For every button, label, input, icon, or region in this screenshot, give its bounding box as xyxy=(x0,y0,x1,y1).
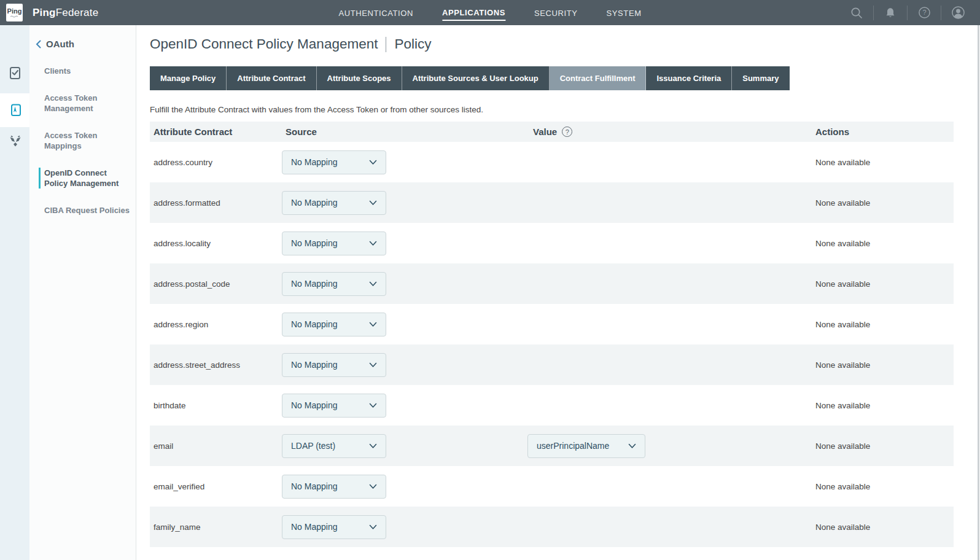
page-title-main: OpenID Connect Policy Management xyxy=(150,36,378,52)
page-content: OpenID Connect Policy Management Policy … xyxy=(136,25,980,560)
table-row-address-street-address: address.street_addressNo MappingNone ava… xyxy=(150,344,954,385)
column-header-value: Value ? xyxy=(524,126,812,137)
attribute-name: address.street_address xyxy=(150,360,282,370)
page-description: Fulfill the Attribute Contract with valu… xyxy=(150,105,955,114)
source-select-address-postal-code[interactable]: No Mapping xyxy=(282,272,386,296)
table-row-birthdate: birthdateNo MappingNone available xyxy=(150,385,954,426)
source-select-email-verified[interactable]: No Mapping xyxy=(282,475,386,499)
scrollbar[interactable] xyxy=(978,25,979,560)
source-cell: No Mapping xyxy=(282,191,524,215)
chevron-down-icon xyxy=(369,403,377,408)
actions-cell: None available xyxy=(812,360,954,370)
source-cell: No Mapping xyxy=(282,313,524,336)
source-select-birthdate[interactable]: No Mapping xyxy=(282,394,386,418)
ping-logo: Ping xyxy=(6,4,23,21)
actions-cell: None available xyxy=(812,279,954,289)
source-select-address-postal-code-label: No Mapping xyxy=(291,279,338,289)
product-name: PingFederate xyxy=(33,7,98,19)
search-icon[interactable] xyxy=(849,6,864,20)
chevron-down-icon xyxy=(369,484,377,489)
chevron-down-icon xyxy=(369,362,377,368)
sidebar-items: ClientsAccess Token ManagementAccess Tok… xyxy=(29,66,136,216)
notifications-icon[interactable] xyxy=(883,6,898,20)
value-select-email-label: userPrincipalName xyxy=(537,441,609,451)
tab-attribute-contract[interactable]: Attribute Contract xyxy=(227,66,316,90)
help-icon[interactable]: ? xyxy=(917,6,931,20)
source-select-address-locality[interactable]: No Mapping xyxy=(282,231,386,255)
tab-summary[interactable]: Summary xyxy=(732,66,789,90)
back-link-label: OAuth xyxy=(46,39,74,49)
top-icons: ? xyxy=(849,6,965,20)
chevron-down-icon xyxy=(628,443,636,449)
main-layout: OAuth ClientsAccess Token ManagementAcce… xyxy=(0,25,980,560)
nav-authentication[interactable]: AUTHENTICATION xyxy=(338,6,413,20)
value-help-icon[interactable]: ? xyxy=(562,126,572,137)
attribute-name: family_name xyxy=(150,523,282,532)
chevron-down-icon xyxy=(369,524,377,530)
table-row-address-country: address.countryNo MappingNone available xyxy=(150,142,954,182)
sidebar-item-access-token-mappings[interactable]: Access Token Mappings xyxy=(29,130,136,151)
actions-cell: None available xyxy=(812,158,954,167)
table-row-address-locality: address.localityNo MappingNone available xyxy=(150,223,954,263)
source-select-family-name[interactable]: No Mapping xyxy=(282,515,386,539)
source-select-address-formatted[interactable]: No Mapping xyxy=(282,191,386,215)
source-select-address-locality-label: No Mapping xyxy=(291,238,338,248)
attribute-name: address.country xyxy=(150,158,282,167)
value-select-email[interactable]: userPrincipalName xyxy=(527,434,645,458)
chevron-down-icon xyxy=(369,322,377,327)
source-cell: No Mapping xyxy=(282,394,524,418)
chevron-down-icon xyxy=(369,241,377,246)
nav-security[interactable]: SECURITY xyxy=(534,6,578,20)
tab-attribute-scopes[interactable]: Attribute Scopes xyxy=(317,66,402,90)
chevron-down-icon xyxy=(369,160,377,165)
actions-cell: None available xyxy=(812,401,954,410)
table-row-email: emailLDAP (test)userPrincipalNameNone av… xyxy=(150,426,954,466)
nav-applications[interactable]: APPLICATIONS xyxy=(442,5,505,21)
sidebar-item-clients[interactable]: Clients xyxy=(29,66,136,76)
account-icon[interactable] xyxy=(951,6,965,20)
chevron-down-icon xyxy=(369,443,377,449)
source-select-address-region[interactable]: No Mapping xyxy=(282,313,386,336)
source-cell: No Mapping xyxy=(282,231,524,255)
back-link-oauth[interactable]: OAuth xyxy=(29,39,136,49)
tab-attribute-sources-user-lookup[interactable]: Attribute Sources & User Lookup xyxy=(402,66,550,90)
attribute-name: email_verified xyxy=(150,482,282,491)
clients-icon[interactable] xyxy=(8,66,23,80)
source-select-email-label: LDAP (test) xyxy=(291,441,335,451)
column-header-actions: Actions xyxy=(812,126,954,137)
nav-system[interactable]: SYSTEM xyxy=(607,6,642,20)
tab-manage-policy[interactable]: Manage Policy xyxy=(150,66,227,90)
icon-divider xyxy=(941,6,941,20)
access-token-mappings-icon[interactable] xyxy=(8,133,23,148)
tab-issuance-criteria[interactable]: Issuance Criteria xyxy=(646,66,732,90)
source-select-address-country-label: No Mapping xyxy=(291,157,338,167)
source-select-address-street-address[interactable]: No Mapping xyxy=(282,353,386,377)
column-header-source: Source xyxy=(282,126,524,137)
table-row-address-region: address.regionNo MappingNone available xyxy=(150,304,954,344)
tab-contract-fulfillment[interactable]: Contract Fulfillment xyxy=(550,66,647,90)
svg-text:?: ? xyxy=(922,9,926,16)
access-token-management-icon[interactable] xyxy=(8,103,23,117)
icon-rail xyxy=(0,25,29,560)
contract-fulfillment-table: Attribute Contract Source Value ? Action… xyxy=(150,122,954,547)
source-select-email-verified-label: No Mapping xyxy=(291,481,338,491)
table-header-row: Attribute Contract Source Value ? Action… xyxy=(150,122,954,142)
attribute-name: birthdate xyxy=(150,401,282,410)
source-cell: No Mapping xyxy=(282,353,524,377)
source-select-address-country[interactable]: No Mapping xyxy=(282,150,386,174)
actions-cell: None available xyxy=(812,482,954,491)
source-select-email[interactable]: LDAP (test) xyxy=(282,434,386,458)
sidebar-item-ciba-request-policies[interactable]: CIBA Request Policies xyxy=(29,205,136,216)
table-body: address.countryNo MappingNone availablea… xyxy=(150,142,954,547)
top-bar: Ping PingFederate AUTHENTICATIONAPPLICAT… xyxy=(0,0,980,25)
top-nav: AUTHENTICATIONAPPLICATIONSSECURITYSYSTEM xyxy=(338,0,641,25)
sidebar: OAuth ClientsAccess Token ManagementAcce… xyxy=(29,25,136,560)
value-cell: userPrincipalName xyxy=(524,434,812,458)
actions-cell: None available xyxy=(812,320,954,329)
sidebar-item-access-token-management[interactable]: Access Token Management xyxy=(29,93,136,114)
page-title: OpenID Connect Policy Management Policy xyxy=(150,36,955,52)
page-title-sub: Policy xyxy=(394,36,431,52)
sidebar-item-openid-connect-policy-management[interactable]: OpenID Connect Policy Management xyxy=(39,168,136,189)
chevron-left-icon xyxy=(36,40,41,49)
table-row-family-name: family_nameNo MappingNone available xyxy=(150,507,954,547)
